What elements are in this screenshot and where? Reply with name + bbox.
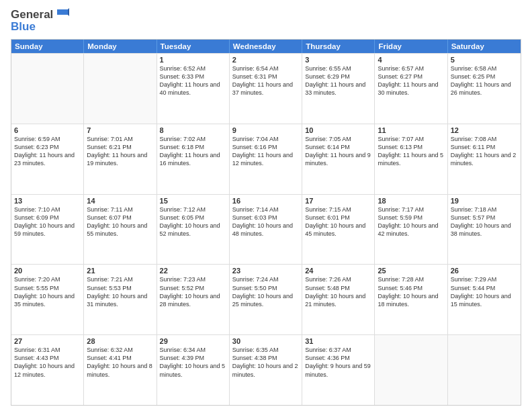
empty-cell-4-6 <box>448 335 521 405</box>
day-number: 21 <box>87 267 153 275</box>
svg-marker-1 <box>68 8 69 16</box>
day-number: 16 <box>232 197 299 205</box>
calendar-row-4: 20Sunrise: 7:20 AM Sunset: 5:55 PM Dayli… <box>11 264 521 334</box>
day-cell-25: 25Sunrise: 7:28 AM Sunset: 5:46 PM Dayli… <box>375 265 447 334</box>
cell-info: Sunrise: 6:57 AM Sunset: 6:27 PM Dayligh… <box>378 64 444 97</box>
cell-info: Sunrise: 6:59 AM Sunset: 6:23 PM Dayligh… <box>14 135 81 168</box>
cell-info: Sunrise: 6:37 AM Sunset: 4:36 PM Dayligh… <box>305 346 371 379</box>
cell-info: Sunrise: 7:24 AM Sunset: 5:50 PM Dayligh… <box>232 275 299 308</box>
day-cell-16: 16Sunrise: 7:14 AM Sunset: 6:03 PM Dayli… <box>230 195 302 265</box>
day-number: 8 <box>160 126 226 134</box>
day-cell-22: 22Sunrise: 7:23 AM Sunset: 5:52 PM Dayli… <box>157 265 230 334</box>
header: General Blue <box>11 8 521 34</box>
page-container: General Blue SundayMondayTuesdayWednesda… <box>0 0 532 411</box>
empty-cell-4-5 <box>375 335 447 405</box>
calendar-row-1: 1Sunrise: 6:52 AM Sunset: 6:33 PM Daylig… <box>11 53 521 124</box>
calendar-body: 1Sunrise: 6:52 AM Sunset: 6:33 PM Daylig… <box>11 53 521 405</box>
cell-info: Sunrise: 6:55 AM Sunset: 6:29 PM Dayligh… <box>305 64 371 97</box>
day-cell-20: 20Sunrise: 7:20 AM Sunset: 5:55 PM Dayli… <box>11 265 84 334</box>
day-number: 7 <box>87 126 153 134</box>
cell-info: Sunrise: 7:05 AM Sunset: 6:14 PM Dayligh… <box>305 135 371 168</box>
day-number: 27 <box>14 337 81 345</box>
cell-info: Sunrise: 7:28 AM Sunset: 5:46 PM Dayligh… <box>378 275 444 308</box>
day-cell-27: 27Sunrise: 6:31 AM Sunset: 4:43 PM Dayli… <box>11 335 84 405</box>
day-cell-28: 28Sunrise: 6:32 AM Sunset: 4:41 PM Dayli… <box>84 335 157 405</box>
empty-cell-0-1 <box>84 54 157 124</box>
cell-info: Sunrise: 7:21 AM Sunset: 5:53 PM Dayligh… <box>87 275 153 308</box>
day-number: 17 <box>305 197 371 205</box>
day-cell-15: 15Sunrise: 7:12 AM Sunset: 6:05 PM Dayli… <box>157 195 230 265</box>
cell-info: Sunrise: 7:26 AM Sunset: 5:48 PM Dayligh… <box>305 275 371 308</box>
cell-info: Sunrise: 7:18 AM Sunset: 5:57 PM Dayligh… <box>451 205 518 238</box>
day-number: 13 <box>14 197 81 205</box>
day-cell-13: 13Sunrise: 7:10 AM Sunset: 6:09 PM Dayli… <box>11 195 84 265</box>
calendar: SundayMondayTuesdayWednesdayThursdayFrid… <box>11 39 521 406</box>
calendar-header: SundayMondayTuesdayWednesdayThursdayFrid… <box>11 40 521 53</box>
day-number: 5 <box>451 56 518 64</box>
day-number: 29 <box>160 337 226 345</box>
day-cell-4: 4Sunrise: 6:57 AM Sunset: 6:27 PM Daylig… <box>375 54 447 124</box>
day-number: 30 <box>232 337 299 345</box>
day-cell-31: 31Sunrise: 6:37 AM Sunset: 4:36 PM Dayli… <box>302 335 375 405</box>
cell-info: Sunrise: 6:32 AM Sunset: 4:41 PM Dayligh… <box>87 346 153 379</box>
cell-info: Sunrise: 6:54 AM Sunset: 6:31 PM Dayligh… <box>232 64 299 97</box>
cell-info: Sunrise: 7:14 AM Sunset: 6:03 PM Dayligh… <box>232 205 299 238</box>
day-number: 22 <box>160 267 226 275</box>
day-number: 19 <box>451 197 518 205</box>
day-number: 24 <box>305 267 371 275</box>
cell-info: Sunrise: 7:07 AM Sunset: 6:13 PM Dayligh… <box>378 135 444 168</box>
cell-info: Sunrise: 6:52 AM Sunset: 6:33 PM Dayligh… <box>160 64 226 97</box>
cell-info: Sunrise: 7:11 AM Sunset: 6:07 PM Dayligh… <box>87 205 153 238</box>
day-number: 9 <box>232 126 299 134</box>
day-cell-5: 5Sunrise: 6:58 AM Sunset: 6:25 PM Daylig… <box>448 54 521 124</box>
cell-info: Sunrise: 7:02 AM Sunset: 6:18 PM Dayligh… <box>160 135 226 168</box>
cell-info: Sunrise: 7:10 AM Sunset: 6:09 PM Dayligh… <box>14 205 81 238</box>
day-cell-7: 7Sunrise: 7:01 AM Sunset: 6:21 PM Daylig… <box>84 124 157 194</box>
calendar-row-2: 6Sunrise: 6:59 AM Sunset: 6:23 PM Daylig… <box>11 124 521 194</box>
cell-info: Sunrise: 6:58 AM Sunset: 6:25 PM Dayligh… <box>451 64 518 97</box>
day-number: 20 <box>14 267 81 275</box>
cell-info: Sunrise: 7:29 AM Sunset: 5:44 PM Dayligh… <box>451 275 518 308</box>
day-number: 15 <box>160 197 226 205</box>
day-header-monday: Monday <box>84 40 157 53</box>
day-cell-8: 8Sunrise: 7:02 AM Sunset: 6:18 PM Daylig… <box>157 124 230 194</box>
day-cell-30: 30Sunrise: 6:35 AM Sunset: 4:38 PM Dayli… <box>230 335 302 405</box>
day-cell-21: 21Sunrise: 7:21 AM Sunset: 5:53 PM Dayli… <box>84 265 157 334</box>
day-header-friday: Friday <box>375 40 447 53</box>
day-number: 12 <box>451 126 518 134</box>
day-number: 4 <box>378 56 444 64</box>
day-header-saturday: Saturday <box>448 40 521 53</box>
calendar-row-5: 27Sunrise: 6:31 AM Sunset: 4:43 PM Dayli… <box>11 334 521 405</box>
day-number: 2 <box>232 56 299 64</box>
day-cell-19: 19Sunrise: 7:18 AM Sunset: 5:57 PM Dayli… <box>448 195 521 265</box>
day-cell-17: 17Sunrise: 7:15 AM Sunset: 6:01 PM Dayli… <box>302 195 375 265</box>
day-header-tuesday: Tuesday <box>157 40 230 53</box>
day-cell-18: 18Sunrise: 7:17 AM Sunset: 5:59 PM Dayli… <box>375 195 447 265</box>
day-number: 6 <box>14 126 81 134</box>
cell-info: Sunrise: 7:23 AM Sunset: 5:52 PM Dayligh… <box>160 275 226 308</box>
day-number: 31 <box>305 337 371 345</box>
day-cell-3: 3Sunrise: 6:55 AM Sunset: 6:29 PM Daylig… <box>302 54 375 124</box>
day-number: 1 <box>160 56 226 64</box>
day-cell-6: 6Sunrise: 6:59 AM Sunset: 6:23 PM Daylig… <box>11 124 84 194</box>
cell-info: Sunrise: 7:17 AM Sunset: 5:59 PM Dayligh… <box>378 205 444 238</box>
cell-info: Sunrise: 7:15 AM Sunset: 6:01 PM Dayligh… <box>305 205 371 238</box>
logo-general-text: General <box>11 8 53 21</box>
cell-info: Sunrise: 6:35 AM Sunset: 4:38 PM Dayligh… <box>232 346 299 379</box>
logo-blue-text: Blue <box>11 20 36 34</box>
cell-info: Sunrise: 6:34 AM Sunset: 4:39 PM Dayligh… <box>160 346 226 379</box>
day-cell-23: 23Sunrise: 7:24 AM Sunset: 5:50 PM Dayli… <box>230 265 302 334</box>
day-number: 3 <box>305 56 371 64</box>
day-header-thursday: Thursday <box>302 40 375 53</box>
logo: General Blue <box>11 8 69 34</box>
day-number: 14 <box>87 197 153 205</box>
day-number: 23 <box>232 267 299 275</box>
cell-info: Sunrise: 7:08 AM Sunset: 6:11 PM Dayligh… <box>451 135 518 168</box>
svg-marker-0 <box>57 9 68 15</box>
day-cell-2: 2Sunrise: 6:54 AM Sunset: 6:31 PM Daylig… <box>230 54 302 124</box>
cell-info: Sunrise: 6:31 AM Sunset: 4:43 PM Dayligh… <box>14 346 81 379</box>
day-cell-11: 11Sunrise: 7:07 AM Sunset: 6:13 PM Dayli… <box>375 124 447 194</box>
day-cell-10: 10Sunrise: 7:05 AM Sunset: 6:14 PM Dayli… <box>302 124 375 194</box>
day-number: 28 <box>87 337 153 345</box>
empty-cell-0-0 <box>11 54 84 124</box>
